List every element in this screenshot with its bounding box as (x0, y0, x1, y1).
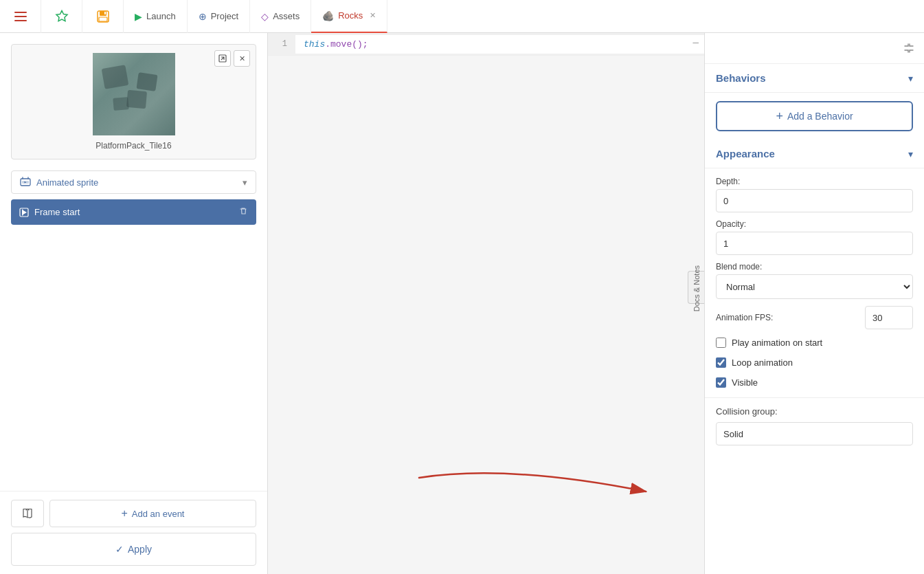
topbar: ▶ Launch ⊕ Project ◇ Assets 🪨 Rocks ✕ (0, 0, 924, 33)
code-editor: 1 this.move(); — (268, 33, 704, 56)
svg-rect-11 (22, 209, 23, 215)
bottom-row: + Add an event (11, 500, 256, 527)
frame-start-label: Frame start (34, 207, 80, 217)
loop-animation-checkbox[interactable] (716, 357, 726, 368)
play-animation-checkbox[interactable] (716, 338, 726, 348)
opacity-field-group: Opacity: (716, 219, 913, 255)
center-panel: 1 this.move(); — (268, 33, 704, 574)
fps-input[interactable] (865, 306, 913, 329)
svg-rect-5 (99, 17, 107, 21)
behaviors-title: Behaviors (716, 72, 908, 84)
arrow-annotation (405, 457, 680, 512)
animated-sprite-chevron: ▾ (243, 177, 247, 188)
behaviors-chevron: ▾ (908, 73, 913, 84)
loop-animation-row: Loop animation (716, 357, 913, 368)
rocks-icon: 🪨 (322, 10, 334, 21)
appearance-title: Appearance (716, 148, 908, 159)
play-animation-row: Play animation on start (716, 338, 913, 348)
left-panel: ✕ PlatformPack_Tile16 Animated sprite ▾ (0, 33, 268, 574)
opacity-input[interactable] (716, 232, 913, 255)
add-event-label: Add an event (132, 509, 185, 519)
left-spacer (0, 230, 267, 491)
delete-frame-button[interactable] (238, 206, 248, 218)
animated-sprite-label: Animated sprite (36, 177, 98, 188)
right-panel: Behaviors ▾ + Add a Behavior Appearance … (704, 33, 924, 574)
line-content[interactable]: this.move(); (295, 35, 704, 54)
appearance-section: Depth: Opacity: Blend mode: Normal Add M… (705, 168, 924, 397)
right-panel-header (705, 33, 924, 64)
fps-row: Animation FPS: (716, 306, 913, 329)
checkmark-icon: ✓ (115, 544, 124, 555)
this-keyword: this (304, 39, 325, 49)
loop-animation-label[interactable]: Loop animation (732, 357, 793, 368)
depth-label: Depth: (716, 177, 913, 186)
method-call: .move(); (325, 39, 368, 49)
frame-start-icon (19, 208, 29, 217)
add-behavior-label: Add a Behavior (787, 111, 853, 122)
tab-rocks[interactable]: 🪨 Rocks ✕ (311, 0, 387, 33)
save-button[interactable] (82, 0, 124, 33)
hamburger-button[interactable] (0, 0, 41, 33)
sprite-name-label: PlatformPack_Tile16 (95, 141, 171, 151)
launch-icon: ▶ (135, 11, 142, 22)
assets-icon: ◇ (261, 11, 269, 22)
tab-rocks-close[interactable]: ✕ (370, 11, 376, 20)
svg-rect-0 (14, 12, 27, 13)
add-behavior-button[interactable]: + Add a Behavior (716, 101, 913, 131)
main-layout: ✕ PlatformPack_Tile16 Animated sprite ▾ (0, 33, 924, 574)
appearance-chevron: ▾ (908, 148, 913, 159)
opacity-label: Opacity: (716, 219, 913, 229)
tab-assets[interactable]: ◇ Assets (250, 0, 311, 33)
visible-label[interactable]: Visible (732, 377, 758, 388)
sprite-image (93, 53, 175, 135)
svg-rect-6 (104, 12, 106, 14)
tab-launch[interactable]: ▶ Launch (124, 0, 188, 33)
docs-notes-label: Docs & Notes (692, 265, 701, 311)
visible-row: Visible (716, 377, 913, 388)
favorites-button[interactable] (41, 0, 82, 33)
depth-field-group: Depth: (716, 177, 913, 212)
visible-checkbox[interactable] (716, 377, 726, 388)
tab-project-label: Project (211, 11, 238, 21)
animated-sprite-icon (20, 177, 31, 188)
add-behavior-plus-icon: + (776, 109, 783, 124)
plus-icon: + (122, 507, 128, 520)
project-icon: ⊕ (199, 11, 207, 22)
tab-rocks-label: Rocks (338, 10, 363, 21)
collision-group-input[interactable] (716, 422, 913, 445)
behaviors-section-header[interactable]: Behaviors ▾ (705, 64, 924, 93)
open-sprite-button[interactable] (214, 50, 231, 67)
appearance-section-header[interactable]: Appearance ▾ (705, 140, 924, 168)
frame-start-row[interactable]: Frame start (11, 199, 256, 225)
add-event-button[interactable]: + Add an event (49, 500, 256, 527)
tab-launch-label: Launch (146, 11, 176, 21)
compress-panel-button[interactable] (899, 38, 919, 58)
apply-button[interactable]: ✓ Apply (11, 533, 256, 566)
blend-mode-select[interactable]: Normal Add Multiply Screen Overlay (716, 274, 913, 299)
collapse-button[interactable]: — (688, 33, 704, 52)
close-sprite-button[interactable]: ✕ (234, 50, 250, 67)
depth-input[interactable] (716, 189, 913, 212)
code-line-1: 1 this.move(); — (268, 33, 704, 55)
blend-mode-label: Blend mode: (716, 262, 913, 272)
line-number: 1 (268, 39, 295, 49)
sprite-preview: ✕ PlatformPack_Tile16 (11, 44, 256, 159)
collision-group-section: Collision group: (705, 397, 924, 454)
docs-notes-tab[interactable]: Docs & Notes (688, 271, 704, 304)
blend-mode-field-group: Blend mode: Normal Add Multiply Screen O… (716, 262, 913, 299)
book-button[interactable] (11, 500, 44, 527)
collision-group-label: Collision group: (716, 406, 913, 417)
left-bottom-actions: + Add an event ✓ Apply (0, 491, 267, 574)
svg-rect-2 (14, 20, 27, 21)
fps-label: Animation FPS: (716, 313, 857, 322)
tab-project[interactable]: ⊕ Project (188, 0, 250, 33)
apply-label: Apply (128, 544, 152, 555)
svg-rect-1 (14, 16, 27, 17)
tab-assets-label: Assets (273, 11, 300, 21)
sprite-preview-actions: ✕ (214, 50, 250, 67)
play-animation-label[interactable]: Play animation on start (732, 338, 822, 348)
animated-sprite-dropdown[interactable]: Animated sprite ▾ (11, 170, 256, 194)
